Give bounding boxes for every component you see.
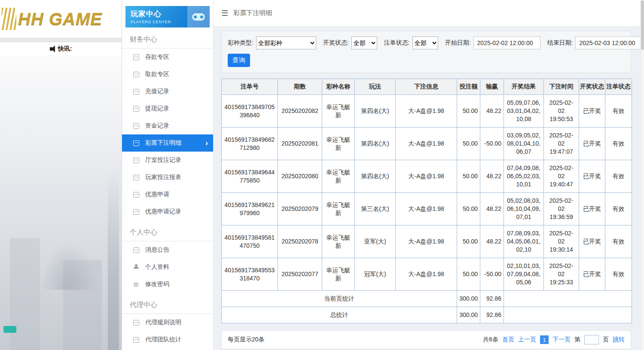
fund-record-icon — [133, 123, 139, 129]
page-title: 彩票下注明细 — [233, 9, 272, 17]
lottery-bet-detail-icon — [133, 140, 139, 146]
current-page-button[interactable]: 1 — [540, 335, 549, 344]
app-window: HH GAME 快讯: 玩家中心 PLAYERS CENTER — [0, 0, 644, 350]
sidebar-item-deposit[interactable]: 存款专区 — [122, 49, 213, 66]
statue-silhouette — [108, 170, 119, 350]
sidebar-item-label: 个人资料 — [145, 263, 169, 271]
cell-win-loss: 48.22 — [480, 225, 504, 258]
cell-bet-info: 大-A盘@1.98 — [396, 95, 457, 128]
cell-draw-status: 已开奖 — [579, 193, 605, 225]
sidebar-item-recharge-record[interactable]: 充值记录 — [122, 83, 213, 100]
column-header-order-status: 注单状态 — [605, 79, 632, 95]
next-page-link[interactable]: 下一页 — [552, 336, 571, 344]
sidebar: 玩家中心 PLAYERS CENTER 财务中心存款专区取款专区充值记录提现记录… — [122, 0, 214, 350]
pager: 共6条 首页 上一页 1 下一页 第 页 跳转 — [483, 335, 625, 344]
brand-logo-mark-icon — [2, 8, 16, 30]
end-date-input[interactable] — [575, 37, 642, 49]
sidebar-item-label: 优惠申请 — [145, 191, 169, 198]
cell-play-type: 第四名(大) — [355, 160, 396, 193]
cell-bet-info: 大-A盘@1.98 — [396, 160, 457, 193]
sidebar-item-agent-team-stats[interactable]: 代理团队统计 — [122, 331, 213, 348]
table-row: 40156917384970539684020250202082幸运飞艇新第四名… — [222, 95, 632, 128]
cell-lottery-name: 幸运飞艇新 — [322, 128, 355, 160]
hall-bet-record-icon — [133, 158, 139, 163]
sidebar-item-fund-record[interactable]: 资金记录 — [122, 117, 213, 134]
gamepad-icon — [192, 13, 205, 21]
cell-lottery-name: 幸运飞艇新 — [322, 258, 355, 291]
cell-order-id: 401569173849705396840 — [222, 95, 278, 128]
cell-order-status: 有效 — [605, 258, 632, 291]
grand-total-bet: 300.00 — [457, 307, 480, 323]
order-status-select[interactable]: 全部 — [412, 37, 438, 49]
sidebar-item-label: 资金记录 — [145, 122, 169, 130]
scrollbar-thumb[interactable] — [641, 0, 644, 50]
sidebar-section-title: 代理中心 — [122, 295, 213, 314]
cell-draw-status: 已开奖 — [579, 128, 605, 160]
hamburger-menu-icon[interactable]: ☰ — [221, 9, 228, 18]
page-jump-input[interactable] — [584, 335, 599, 344]
bet-table-body: 40156917384970539684020250202082幸运飞艇新第四名… — [222, 95, 632, 291]
sidebar-item-profile[interactable]: 个人资料 — [122, 259, 213, 276]
cell-period: 20250202078 — [278, 225, 322, 258]
speaker-icon — [50, 47, 52, 51]
page-total-win: 92.86 — [480, 291, 504, 307]
corner-widget-icon[interactable] — [3, 326, 16, 333]
cell-draw-result: 03,09,05,02,08,01,04,10,06,07 — [504, 128, 544, 160]
column-header-order-id: 注单号 — [222, 79, 278, 95]
sidebar-header-text: 玩家中心 PLAYERS CENTER — [125, 6, 187, 27]
column-header-lottery-name: 彩种名称 — [322, 79, 355, 95]
sidebar-item-label: 彩票下注明细 — [145, 139, 181, 147]
sidebar-item-change-password[interactable]: ⚙修改密码 — [122, 276, 213, 293]
order-status-label: 注单状态: — [384, 39, 410, 47]
cell-draw-result: 02,10,01,03,07,09,04,08,05,06 — [504, 258, 544, 291]
sidebar-item-player-bet-report[interactable]: 玩家投注报表 — [122, 169, 213, 186]
sidebar-item-messages[interactable]: 消息公告 — [122, 241, 213, 259]
sidebar-item-withdraw[interactable]: 取款专区 — [122, 66, 213, 83]
cell-lottery-name: 幸运飞艇新 — [322, 193, 355, 225]
sidebar-item-label: 厅室投注记录 — [145, 156, 181, 164]
cell-draw-result: 05,02,08,03,06,10,04,09,07,01 — [504, 193, 544, 225]
grand-total-win: 92.86 — [480, 307, 504, 323]
prev-page-link[interactable]: 上一页 — [518, 336, 536, 344]
sidebar-header: 玩家中心 PLAYERS CENTER — [125, 6, 210, 27]
cell-bet-amount: 50.00 — [457, 128, 480, 160]
sidebar-item-hall-bet-record[interactable]: 厅室投注记录 — [122, 152, 213, 169]
cell-period: 20250202077 — [278, 258, 322, 291]
window-scrollbar[interactable] — [640, 0, 644, 350]
cell-win-loss: 48.22 — [480, 193, 504, 225]
cell-play-type: 第三名(大) — [355, 193, 396, 225]
filter-row: 彩种类型: 全部彩种 开奖状态: 全部 注单状态: 全部 开始日期: — [228, 37, 625, 49]
table-header-row: 注单号期数彩种名称玩法下注信息投注额输赢开奖结果下注时间开奖状态注单状态 — [222, 79, 632, 95]
cell-bet-amount: 50.00 — [457, 160, 480, 193]
sidebar-item-withdraw-record[interactable]: 提现记录 — [122, 100, 213, 117]
cell-order-id: 401569173849682712980 — [222, 128, 278, 160]
sidebar-item-promo-apply[interactable]: 优惠申请 — [122, 186, 213, 203]
sidebar-item-lottery-bet-detail[interactable]: 彩票下注明细› — [122, 134, 213, 152]
cell-draw-result: 07,04,09,08,06,05,02,03,10,01 — [504, 160, 544, 193]
sidebar-item-agent-rules[interactable]: 代理规则说明 — [122, 314, 213, 331]
first-page-link[interactable]: 首页 — [502, 336, 514, 344]
deposit-icon — [133, 55, 139, 60]
sidebar-item-promo-apply-record[interactable]: 优惠申请记录 — [122, 203, 213, 220]
cell-win-loss: 48.22 — [480, 160, 504, 193]
lottery-type-select[interactable]: 全部彩种 — [256, 37, 316, 49]
sidebar-item-label: 消息公告 — [145, 246, 169, 254]
cell-order-status: 有效 — [605, 160, 632, 193]
table-row: 40156917384962197996020250202079幸运飞艇新第三名… — [222, 193, 632, 225]
table-row: 40156917384958147075020250202078幸运飞艇新亚军(… — [222, 225, 632, 258]
cell-order-id: 401569173849553318470 — [222, 258, 278, 291]
cell-period: 20250202081 — [278, 128, 322, 160]
cell-order-status: 有效 — [605, 225, 632, 258]
cell-win-loss: 48.22 — [480, 95, 504, 128]
start-date-input[interactable] — [473, 37, 540, 49]
query-button[interactable]: 查询 — [228, 54, 250, 67]
draw-status-select[interactable]: 全部 — [351, 37, 377, 49]
building-silhouette — [10, 238, 40, 350]
sidebar-title: 玩家中心 — [131, 9, 187, 19]
sidebar-item-label: 代理团队统计 — [145, 336, 181, 344]
column-header-win-loss: 输赢 — [480, 79, 504, 95]
sidebar-header-icon-box — [187, 6, 210, 27]
cell-bet-time: 2025-02-02 19:47:07 — [544, 128, 579, 160]
jump-link[interactable]: 跳转 — [613, 336, 625, 344]
column-header-bet-time: 下注时间 — [544, 79, 579, 95]
